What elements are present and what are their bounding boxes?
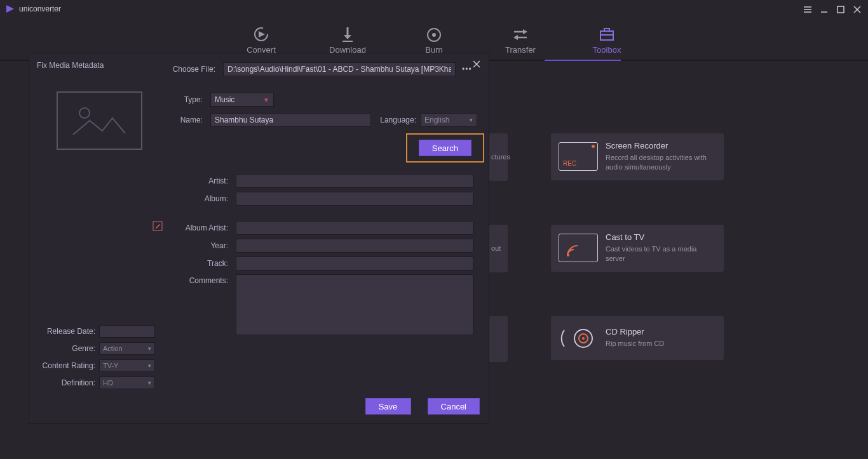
svg-point-14: [432, 33, 436, 37]
search-button[interactable]: Search: [419, 140, 471, 156]
toolcard-cast-tv[interactable]: Cast to TV Cast videos to TV as a media …: [551, 225, 724, 272]
cast-tv-icon: [559, 234, 598, 262]
genre-select[interactable]: Action▾: [99, 342, 155, 355]
browse-button[interactable]: •••: [459, 65, 475, 74]
svg-marker-11: [344, 35, 351, 39]
comments-label: Comments:: [172, 274, 232, 285]
cancel-button[interactable]: Cancel: [428, 398, 480, 415]
artist-input[interactable]: [236, 174, 473, 188]
track-input[interactable]: [236, 256, 473, 270]
toolcard-partial[interactable]: ctures: [489, 133, 508, 181]
content-rating-select[interactable]: TV-Y▾: [99, 359, 155, 372]
modal-title-text: Fix Media Metadata: [37, 61, 104, 70]
type-label: Type:: [172, 95, 207, 104]
minimize-button[interactable]: [816, 3, 832, 17]
toolcard-desc: Record all desktop activities with audio…: [606, 153, 716, 173]
album-input[interactable]: [236, 192, 473, 206]
svg-marker-16: [523, 29, 527, 34]
svg-marker-9: [259, 31, 265, 37]
fix-metadata-modal: Fix Media Metadata Release Date: Genre: …: [29, 53, 489, 424]
close-button[interactable]: [849, 3, 865, 17]
tab-label: Toolbox: [593, 45, 621, 55]
type-select[interactable]: Music▼: [210, 93, 274, 107]
release-date-input[interactable]: [99, 325, 155, 338]
year-input[interactable]: [236, 239, 473, 253]
svg-point-28: [79, 108, 90, 118]
name-input[interactable]: [210, 113, 371, 127]
toolcard-partial[interactable]: [489, 316, 508, 362]
maximize-button[interactable]: [832, 3, 849, 17]
album-label: Album:: [172, 194, 232, 203]
search-highlight: Search: [406, 133, 484, 163]
right-form: Choose File: ••• Type: Music▼ Name: Lang…: [172, 62, 484, 342]
save-button[interactable]: Save: [365, 398, 411, 415]
app-title: uniconverter: [19, 4, 61, 13]
cd-ripper-icon: [559, 324, 598, 352]
menu-button[interactable]: [799, 3, 816, 17]
toolcard-desc: Cast videos to TV as a media server: [606, 244, 716, 264]
comments-input[interactable]: [236, 274, 473, 335]
choose-file-label: Choose File:: [172, 65, 219, 74]
toolcard-cd-ripper[interactable]: CD Ripper Rip music from CD: [551, 316, 724, 360]
track-label: Track:: [172, 259, 232, 268]
toolcard-partial[interactable]: out: [489, 225, 508, 272]
tab-label: Transfer: [505, 45, 536, 55]
left-form: Release Date: Genre: Action▾ Content Rat…: [29, 325, 161, 389]
name-label: Name:: [172, 116, 207, 124]
album-artist-label: Album Artist:: [172, 223, 232, 232]
thumbnail-placeholder[interactable]: [57, 91, 142, 150]
tab-toolbox[interactable]: Toolbox: [581, 26, 632, 60]
title-bar: uniconverter: [0, 0, 868, 18]
screen-recorder-icon: REC: [559, 142, 598, 171]
content-rating-label: Content Rating:: [29, 361, 99, 370]
svg-point-25: [582, 337, 585, 340]
toolcard-title: Cast to TV: [606, 232, 716, 242]
language-label: Language:: [375, 116, 416, 124]
toolcard-desc: ctures: [491, 152, 510, 162]
artist-label: Artist:: [172, 176, 232, 185]
toolcard-screen-recorder[interactable]: REC Screen Recorder Record all desktop a…: [551, 133, 724, 180]
language-select[interactable]: English▾: [420, 113, 477, 127]
release-date-label: Release Date:: [29, 327, 99, 336]
album-artist-input[interactable]: [236, 221, 473, 235]
modal-buttons: Save Cancel: [365, 398, 480, 415]
svg-marker-0: [6, 5, 14, 13]
tab-transfer[interactable]: Transfer: [495, 26, 546, 60]
svg-marker-18: [513, 35, 518, 40]
definition-label: Definition:: [29, 378, 99, 387]
window-buttons: [799, 3, 865, 17]
toolcard-title: Screen Recorder: [606, 141, 716, 150]
definition-select[interactable]: HD▾: [99, 376, 155, 389]
toolcard-title: CD Ripper: [606, 327, 664, 336]
play-icon: [5, 4, 15, 14]
edit-thumbnail-icon[interactable]: [153, 221, 163, 233]
toolcard-desc: Rip music from CD: [606, 339, 664, 349]
genre-label: Genre:: [29, 344, 99, 353]
year-label: Year:: [172, 241, 232, 250]
svg-rect-5: [837, 6, 844, 13]
app-logo: uniconverter: [5, 4, 61, 14]
svg-point-22: [567, 254, 569, 256]
toolcard-desc: out: [491, 244, 501, 253]
thumbnail-area: [36, 91, 163, 150]
file-path-input[interactable]: [223, 62, 456, 76]
